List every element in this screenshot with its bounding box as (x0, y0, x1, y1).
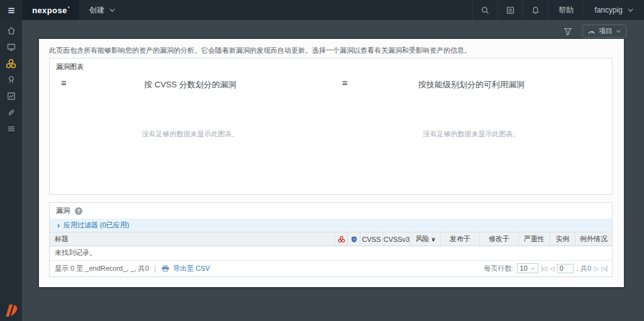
first-page-button[interactable]: |◁ (541, 265, 547, 272)
report-chart-icon (6, 91, 16, 101)
award-ribbon-icon (6, 75, 16, 85)
column-header-risk[interactable]: 风险 ∨ (410, 232, 440, 246)
column-header-exploit[interactable] (347, 232, 360, 246)
table-title: 漏洞 (56, 206, 70, 215)
page-number-input[interactable] (557, 264, 574, 273)
page-description: 此页面包含所有能够影响您的资产的漏洞的分析。它会随着新漏洞的发现而自动更新。选择… (49, 46, 614, 55)
next-page-button[interactable]: ▷ (594, 265, 599, 272)
chart-cvss: ≡ 按 CVSS 分数划分的漏洞 没有足够的数据来显示此图表。 (50, 73, 331, 191)
export-csv-label: 导出至 CSV (173, 264, 210, 273)
applied-filters-label: 应用过滤器 (0已应用) (64, 220, 130, 230)
chart-menu-icon[interactable]: ≡ (342, 78, 348, 87)
sidebar-item-reports[interactable] (0, 88, 22, 104)
chart-empty-message: 没有足够的数据来显示此图表。 (331, 129, 612, 139)
chevron-down-icon (627, 8, 634, 13)
chevron-down-icon (530, 267, 535, 270)
chart-menu-icon[interactable]: ≡ (61, 78, 67, 87)
left-sidebar (0, 20, 22, 321)
help-icon[interactable]: ? (75, 207, 82, 215)
notifications-button[interactable] (523, 0, 548, 20)
table-header-row: 标题 CVSS CVSSv3 风险 ∨ 发布于 修改于 严重性 实例 例外情况 (50, 232, 612, 246)
column-header-cvss[interactable]: CVSS (360, 232, 382, 246)
filter-button[interactable] (564, 27, 572, 36)
search-icon (480, 6, 490, 15)
create-label: 创建 (89, 5, 104, 16)
column-header-instances[interactable]: 实例 (550, 232, 575, 246)
previous-page-button[interactable]: ◁ (550, 265, 554, 272)
rows-per-page-label: 每页行数: (484, 264, 513, 273)
site-scope-label: 项目 (599, 26, 613, 36)
create-menu-button[interactable]: 创建 (79, 0, 126, 20)
charts-row: ≡ 按 CVSS 分数划分的漏洞 没有足够的数据来显示此图表。 ≡ 按技能级别划… (50, 73, 612, 191)
home-icon (6, 26, 16, 36)
top-navigation-bar: ≡ nexpose° 创建 帮助 fancypig (0, 0, 644, 20)
chart-title: 按 CVSS 分数划分的漏洞 (50, 79, 331, 90)
topbar-right-group: 帮助 fancypig (472, 0, 644, 20)
charts-card-title: 漏洞图表 (50, 58, 612, 73)
site-scope-dropdown[interactable]: 项目 (582, 24, 626, 38)
username-label: fancypig (594, 6, 623, 14)
vulnerability-charts-card: 漏洞图表 ≡ 按 CVSS 分数划分的漏洞 没有足够的数据来显示此图表。 ≡ 按… (49, 58, 613, 195)
sidebar-item-vulnerabilities[interactable] (0, 55, 22, 72)
vulnerabilities-table-card: 漏洞 ? › 应用过滤器 (0已应用) 标题 CVSS CVSSv3 风险 (49, 202, 613, 277)
column-header-malware[interactable] (335, 232, 347, 246)
biohazard-icon (6, 58, 16, 69)
admin-list-icon (6, 124, 16, 134)
brand-text: nexpose (32, 6, 67, 15)
export-csv-link[interactable]: 导出至 CSV (161, 264, 210, 273)
gauge-icon (587, 28, 596, 35)
filter-funnel-icon (564, 27, 572, 36)
column-header-title[interactable]: 标题 (50, 232, 335, 246)
no-records-message: 未找到记录。 (50, 246, 612, 261)
chevron-down-icon (109, 8, 116, 13)
topbar-spacer (126, 0, 472, 20)
column-header-modified[interactable]: 修改于 (479, 232, 518, 246)
brand-trademark: ° (68, 6, 70, 11)
exploit-icon (350, 236, 358, 243)
sidebar-item-tickets[interactable] (0, 104, 22, 121)
table-title-row: 漏洞 ? (50, 203, 612, 219)
sidebar-item-home[interactable] (0, 23, 22, 39)
expander-icon: › (57, 221, 60, 230)
column-header-severity[interactable]: 严重性 (518, 232, 550, 246)
malware-kit-icon (338, 236, 345, 243)
records-range-text: 显示 0 至 _endRecord_, _, 共0 (55, 264, 149, 273)
help-label: 帮助 (558, 5, 574, 16)
column-header-exceptions[interactable]: 例外情况 (575, 232, 612, 246)
chart-title: 按技能级别划分的可利用漏洞 (331, 79, 612, 90)
sort-descending-icon: ∨ (431, 236, 436, 242)
sidebar-item-policies[interactable] (0, 72, 22, 88)
context-toolbar: 项目 (564, 24, 626, 38)
chart-empty-message: 没有足够的数据来显示此图表。 (50, 129, 331, 139)
hamburger-icon: ≡ (8, 4, 14, 16)
main-menu-button[interactable]: ≡ (0, 0, 23, 20)
page-background: 项目 此页面包含所有能够影响您的资产的漏洞的分析。它会随着新漏洞的发现而自动更新… (22, 20, 644, 321)
paperclip-icon (6, 107, 16, 117)
table-footer: 显示 0 至 _endRecord_, _, 共0 | 导出至 CSV 每页行数… (50, 261, 612, 276)
printer-export-icon (161, 264, 170, 272)
nexpose-logo[interactable]: nexpose° (23, 0, 79, 20)
rows-per-page-value: 10 (520, 264, 528, 272)
rows-per-page-select[interactable]: 10 (517, 263, 538, 273)
bell-icon (531, 6, 540, 15)
user-menu-button[interactable]: fancypig (584, 0, 644, 20)
risk-label: 风险 (416, 234, 430, 244)
main-content-panel: 此页面包含所有能够影响您的资产的漏洞的分析。它会随着新漏洞的发现而自动更新。选择… (39, 39, 624, 287)
footer-separator: | (154, 264, 156, 273)
chart-exploitable-skill: ≡ 按技能级别划分的可利用漏洞 没有足够的数据来显示此图表。 (331, 73, 612, 191)
chevron-down-icon (616, 30, 621, 33)
pagination-controls: 每页行数: 10 |◁ ◁ , 共0 ▷ ▷| (484, 263, 607, 273)
applied-filters-toggle[interactable]: › 应用过滤器 (0已应用) (50, 219, 612, 232)
rapid7-logo (3, 303, 19, 317)
monitor-icon (6, 42, 16, 52)
column-header-cvssv3[interactable]: CVSSv3 (382, 232, 410, 246)
column-header-published[interactable]: 发布于 (440, 232, 479, 246)
calendar-button[interactable] (497, 0, 523, 20)
sidebar-item-administration[interactable] (0, 121, 22, 137)
total-pages-text: , 共0 (577, 264, 591, 273)
calendar-icon (506, 6, 515, 15)
search-button[interactable] (472, 0, 497, 20)
sidebar-item-assets[interactable] (0, 39, 22, 55)
last-page-button[interactable]: ▷| (602, 265, 607, 272)
help-button[interactable]: 帮助 (548, 0, 584, 20)
